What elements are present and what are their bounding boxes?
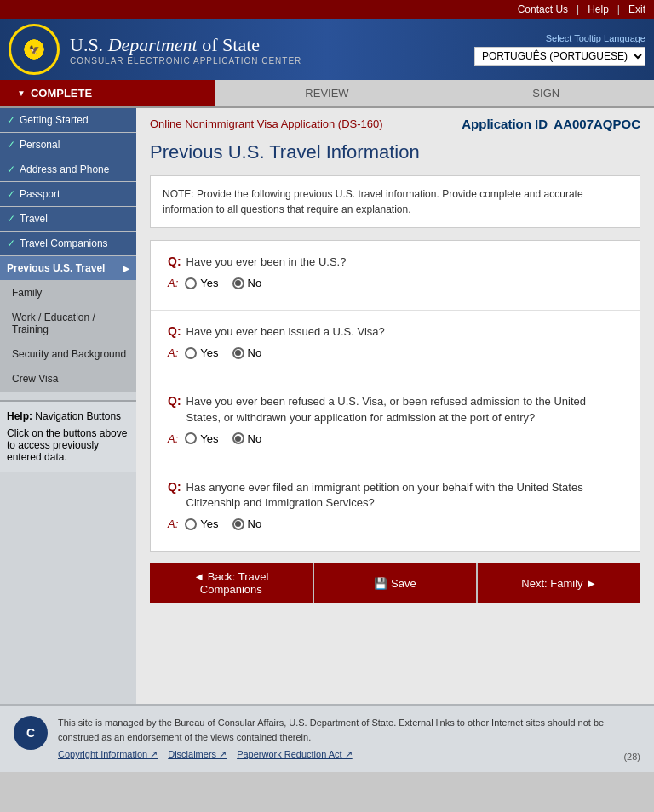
q4-q-label: Q: <box>168 480 181 494</box>
footer: C This site is managed by the Bureau of … <box>0 704 654 772</box>
disclaimers-link[interactable]: Disclaimers ↗ <box>168 747 227 762</box>
check-icon: ✓ <box>7 213 15 225</box>
q2-radio-group: Yes No <box>185 346 261 359</box>
paperwork-link[interactable]: Paperwork Reduction Act ↗ <box>237 747 353 762</box>
site-header: 🦅 U.S. Department of State CONSULAR ELEC… <box>0 19 654 80</box>
sidebar-label: Address and Phone <box>20 163 109 175</box>
q1-no-label: No <box>248 277 262 289</box>
exit-link[interactable]: Exit <box>628 3 645 15</box>
language-select[interactable]: PORTUGUÊS (PORTUGUESE) <box>474 47 645 66</box>
org-name: U.S. Department of State CONSULAR ELECTR… <box>70 34 301 66</box>
q1-q-label: Q: <box>168 254 181 268</box>
help-box: Help: Navigation Buttons Click on the bu… <box>0 400 136 472</box>
q1-text: Have you ever been in the U.S.? <box>186 254 347 270</box>
sidebar-item-passport[interactable]: ✓ Passport <box>0 182 136 207</box>
check-icon: ✓ <box>7 139 15 151</box>
q2-text: Have you ever been issued a U.S. Visa? <box>186 324 385 340</box>
next-button[interactable]: Next: Family ► <box>478 563 640 603</box>
question-block-2: Q: Have you ever been issued a U.S. Visa… <box>151 311 640 380</box>
question-block-4: Q: Has anyone ever filed an immigrant pe… <box>151 466 640 551</box>
q4-no-option[interactable]: No <box>232 518 262 530</box>
footer-description: This site is managed by the Bureau of Co… <box>58 716 613 744</box>
sidebar-label: Work / Education / Training <box>12 312 129 335</box>
sidebar-item-work-education[interactable]: Work / Education / Training <box>0 306 136 342</box>
q4-no-radio[interactable] <box>232 518 244 530</box>
sidebar-item-security[interactable]: Security and Background <box>0 342 136 367</box>
q1-no-radio[interactable] <box>232 277 244 289</box>
a4-label: A: <box>168 518 178 530</box>
sidebar: ✓ Getting Started ✓ Personal ✓ Address a… <box>0 108 136 704</box>
sidebar-item-travel-companions[interactable]: ✓ Travel Companions <box>0 232 136 256</box>
q1-yes-option[interactable]: Yes <box>185 277 218 289</box>
check-icon: ✓ <box>7 188 15 200</box>
app-header: Online Nonimmigrant Visa Application (DS… <box>150 117 640 131</box>
question-block-1: Q: Have you ever been in the U.S.? A: Ye… <box>151 241 640 311</box>
sidebar-item-travel[interactable]: ✓ Travel <box>0 207 136 232</box>
org-subtitle: CONSULAR ELECTRONIC APPLICATION CENTER <box>70 56 301 66</box>
check-icon: ✓ <box>7 237 15 249</box>
q2-yes-option[interactable]: Yes <box>185 346 218 359</box>
footer-text-area: This site is managed by the Bureau of Co… <box>58 716 613 762</box>
q1-yes-radio[interactable] <box>185 277 197 289</box>
q4-yes-option[interactable]: Yes <box>185 518 218 530</box>
q2-no-option[interactable]: No <box>232 346 262 359</box>
a2-label: A: <box>168 346 178 359</box>
q3-no-radio[interactable] <box>232 432 244 444</box>
q3-yes-option[interactable]: Yes <box>185 432 218 445</box>
org-title: U.S. Department of State <box>70 34 301 56</box>
progress-review: REVIEW <box>215 80 438 106</box>
sidebar-item-crew-visa[interactable]: Crew Visa <box>0 367 136 392</box>
copyright-link[interactable]: Copyright Information ↗ <box>58 747 158 762</box>
save-button[interactable]: 💾 Save <box>313 563 479 603</box>
sidebar-item-getting-started[interactable]: ✓ Getting Started <box>0 108 136 133</box>
sidebar-item-family[interactable]: Family <box>0 281 136 306</box>
footer-page-number: (28) <box>623 752 640 762</box>
q1-radio-group: Yes No <box>185 277 261 289</box>
question-block-3: Q: Have you ever been refused a U.S. Vis… <box>151 380 640 466</box>
q4-yes-label: Yes <box>200 518 218 530</box>
q4-radio-group: Yes No <box>185 518 261 530</box>
content-area: Online Nonimmigrant Visa Application (DS… <box>136 108 654 704</box>
q3-no-label: No <box>248 432 262 445</box>
q2-no-radio[interactable] <box>232 347 244 359</box>
q3-row: Q: Have you ever been refused a U.S. Vis… <box>168 394 622 425</box>
q2-q-label: Q: <box>168 324 181 338</box>
q4-no-label: No <box>248 518 262 530</box>
sidebar-label: Travel <box>20 213 48 225</box>
q2-yes-radio[interactable] <box>185 347 197 359</box>
sep2: | <box>617 3 620 15</box>
main-layout: ✓ Getting Started ✓ Personal ✓ Address a… <box>0 108 654 704</box>
q3-no-option[interactable]: No <box>232 432 262 445</box>
app-id: Application ID AA007AQPOC <box>462 117 640 131</box>
help-link[interactable]: Help <box>588 3 609 15</box>
sidebar-item-previous-travel[interactable]: Previous U.S. Travel ▶ <box>0 256 136 281</box>
a3-row: A: Yes No <box>168 432 622 445</box>
sep1: | <box>577 3 579 15</box>
note-text: NOTE: Provide the following previous U.S… <box>163 188 583 215</box>
q2-row: Q: Have you ever been issued a U.S. Visa… <box>168 324 622 340</box>
a1-row: A: Yes No <box>168 277 622 289</box>
nav-buttons: ◄ Back: Travel Companions 💾 Save Next: F… <box>150 563 640 603</box>
contact-link[interactable]: Contact Us <box>518 3 568 15</box>
a1-label: A: <box>168 277 178 289</box>
progress-bar: COMPLETE REVIEW SIGN <box>0 80 654 108</box>
progress-complete: COMPLETE <box>0 80 215 106</box>
a4-row: A: Yes No <box>168 518 622 530</box>
sidebar-item-personal[interactable]: ✓ Personal <box>0 133 136 157</box>
sidebar-label: Personal <box>20 139 60 151</box>
page-title: Previous U.S. Travel Information <box>150 141 640 163</box>
q4-yes-radio[interactable] <box>185 518 197 530</box>
q3-yes-radio[interactable] <box>185 432 197 444</box>
sidebar-label: Passport <box>20 188 60 200</box>
sidebar-label: Travel Companions <box>20 237 108 249</box>
header-right: Select Tooltip Language PORTUGUÊS (PORTU… <box>474 33 645 66</box>
progress-sign: SIGN <box>439 80 654 106</box>
q1-yes-label: Yes <box>200 277 218 289</box>
arrow-icon: ▶ <box>123 264 129 273</box>
q1-no-option[interactable]: No <box>232 277 262 289</box>
help-title: Help: <box>7 410 32 422</box>
back-button[interactable]: ◄ Back: Travel Companions <box>150 563 313 603</box>
q3-q-label: Q: <box>168 394 181 408</box>
tooltip-label: Select Tooltip Language <box>546 33 645 43</box>
sidebar-item-address-phone[interactable]: ✓ Address and Phone <box>0 157 136 182</box>
